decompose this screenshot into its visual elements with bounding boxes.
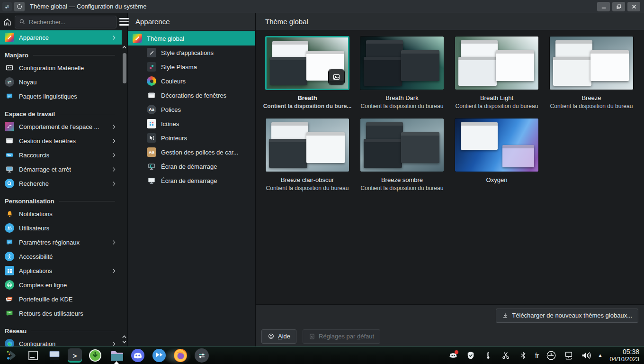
search-field[interactable]: [15, 16, 116, 28]
subpanel-item-pointeurs[interactable]: Pointeurs: [128, 131, 255, 145]
theme-card-breath-light[interactable]: Breath Light Contient la disposition du …: [455, 36, 539, 109]
expand-tray-button[interactable]: ▲: [598, 353, 603, 358]
sidebar-item-gestion-fenetres[interactable]: Gestion des fenêtres: [0, 134, 122, 148]
theme-thumbnail: [549, 36, 634, 90]
taskbar: >: [0, 346, 644, 364]
desktop-icon: [48, 349, 61, 362]
volume-tray-icon[interactable]: [581, 349, 592, 362]
sidebar-item-notifications[interactable]: Notifications: [0, 207, 122, 221]
titlebar: Thème global — Configuration du système: [0, 0, 644, 13]
network-config-icon: [5, 339, 14, 346]
menu-button[interactable]: [119, 15, 129, 28]
scrollbar-up-arrow-bottom[interactable]: [122, 335, 126, 339]
search-icon: [19, 18, 26, 25]
file-manager-launcher[interactable]: [108, 347, 125, 364]
discord-launcher[interactable]: [130, 347, 146, 364]
search-input[interactable]: [29, 18, 112, 26]
sidebar-item-apparence[interactable]: Apparence: [0, 30, 122, 45]
clipboard-scissors-tray-icon[interactable]: [500, 349, 511, 362]
scrollbar-thumb[interactable]: [123, 53, 126, 83]
clock-date: 04/10/2023: [609, 356, 639, 363]
cursors-icon: [147, 133, 156, 143]
sidebar-item-noyau[interactable]: Noyau: [0, 75, 122, 89]
theme-card-breeze-sombre[interactable]: Breeze sombre Contient la disposition du…: [360, 118, 444, 191]
clock-widget[interactable]: 05:38 04/10/2023: [608, 348, 640, 363]
sensors-tray-icon[interactable]: [483, 349, 494, 362]
subpanel-item-style-plasma[interactable]: Style Plasma: [128, 60, 255, 74]
chevron-right-icon: [111, 239, 117, 246]
sidebar-item-demarrage-arret[interactable]: Démarrage et arrêt: [0, 162, 122, 176]
sidebar-item-recherche[interactable]: Recherche: [0, 176, 122, 191]
theme-thumbnail: [360, 36, 444, 90]
firewall-tray-icon[interactable]: [465, 349, 476, 362]
subpanel-item-ecran-demarrage-plymouth[interactable]: Écran de démarrage: [128, 159, 255, 173]
keyboard-layout-indicator[interactable]: fr: [535, 352, 539, 359]
restore-icon: [616, 3, 622, 10]
splash-screen-icon: [147, 176, 156, 185]
subpanel-item-gestion-polices[interactable]: Aa Gestion des polices de car...: [128, 145, 255, 159]
network-tray-icon[interactable]: [563, 349, 574, 362]
sidebar-item-portefeuille[interactable]: Portefeuille de KDE: [0, 292, 122, 306]
maximize-button[interactable]: [612, 2, 625, 11]
boot-splash-icon: [147, 162, 156, 171]
scrollbar-down-arrow[interactable]: [122, 340, 126, 345]
sidebar-item-utilisateurs[interactable]: Utilisateurs: [0, 221, 122, 235]
bluetooth-tray-icon[interactable]: [518, 349, 529, 362]
preview-image-button[interactable]: [329, 69, 344, 85]
scrollbar-up-arrow[interactable]: [122, 46, 126, 50]
usb-devices-tray-icon[interactable]: [546, 349, 557, 362]
theme-card-breeze-clair-obscur[interactable]: Breeze clair-obscur Contient la disposit…: [265, 118, 349, 191]
app-launcher-button[interactable]: [4, 347, 20, 364]
clock-time: 05:38: [609, 348, 639, 356]
sidebar-item-accessibilite[interactable]: Accessibilité: [0, 249, 122, 264]
download-band: Télécharger de nouveaux thèmes globaux..…: [256, 304, 644, 326]
sidebar-item-retours-utilisateurs[interactable]: Retours des utilisateurs: [0, 306, 122, 320]
firefox-launcher[interactable]: [172, 347, 188, 364]
accessibility-icon: [5, 252, 14, 261]
sidebar-toolbar: [0, 13, 127, 30]
sidebar-item-configuration-reseau[interactable]: Configuration: [0, 337, 122, 346]
close-button[interactable]: [627, 2, 640, 11]
theme-card-breath-dark[interactable]: Breath Dark Contient la disposition du b…: [360, 36, 444, 109]
package-updater-launcher[interactable]: [87, 347, 103, 364]
sidebar-item-applications[interactable]: Applications: [0, 264, 122, 278]
minimize-icon: [600, 3, 607, 10]
subpanel-item-decorations[interactable]: Décorations de fenêtres: [128, 88, 255, 102]
home-button[interactable]: [3, 15, 12, 28]
kde-app-launcher[interactable]: [151, 347, 167, 364]
subpanel-item-theme-global[interactable]: Thème global: [128, 31, 255, 46]
subpanel-item-couleurs[interactable]: Couleurs: [128, 74, 255, 88]
titlebar-menu-button[interactable]: [14, 2, 25, 11]
pager-icon: [27, 349, 39, 362]
subpanel-item-style-applications[interactable]: Style d'applications: [128, 46, 255, 60]
minimize-button[interactable]: [597, 2, 610, 11]
sidebar-item-configuration-materielle[interactable]: Configuration Matérielle: [0, 61, 122, 75]
language-packages-icon: [5, 91, 14, 101]
discord-tray-icon[interactable]: [447, 349, 459, 362]
defaults-button[interactable]: Réglages par défaut: [303, 329, 380, 344]
sidebar-item-comptes-en-ligne[interactable]: Comptes en ligne: [0, 278, 122, 292]
sidebar-item-raccourcis[interactable]: Raccourcis: [0, 148, 122, 162]
system-settings-task[interactable]: [194, 347, 210, 364]
theme-card-breath[interactable]: Breath Contient la disposition du bure..…: [265, 36, 349, 109]
hardware-config-icon: [5, 63, 14, 73]
sidebar-item-paquets-linguistiques[interactable]: Paquets linguistiques: [0, 89, 122, 103]
window-body: Apparence Manjaro Configuration Matériel…: [0, 13, 644, 346]
theme-card-oxygen[interactable]: Oxygen: [455, 118, 539, 191]
subpanel-item-ecran-demarrage-splash[interactable]: Écran de démarrage: [128, 173, 255, 188]
terminal-launcher[interactable]: >: [68, 348, 82, 363]
workspace-behavior-icon: [5, 122, 14, 131]
virtual-desktop-pager[interactable]: [25, 347, 41, 364]
dialog-footer: Aide Réglages par défaut: [256, 326, 644, 346]
show-desktop-button[interactable]: [46, 347, 63, 364]
system-settings-window: Thème global — Configuration du système: [0, 0, 644, 346]
application-style-icon: [147, 48, 156, 57]
sidebar-item-parametres-regionaux[interactable]: Paramètres régionaux: [0, 235, 122, 249]
sidebar-item-comportement[interactable]: Comportement de l'espace ...: [0, 119, 122, 134]
download-themes-button[interactable]: Télécharger de nouveaux thèmes globaux..…: [496, 309, 638, 323]
user-feedback-icon: [5, 309, 14, 318]
theme-card-breeze[interactable]: Breeze Contient la disposition du bureau: [549, 36, 634, 109]
subpanel-item-polices[interactable]: Aa Polices: [128, 102, 255, 117]
help-button[interactable]: Aide: [261, 329, 296, 344]
subpanel-item-icones[interactable]: Icônes: [128, 117, 255, 131]
